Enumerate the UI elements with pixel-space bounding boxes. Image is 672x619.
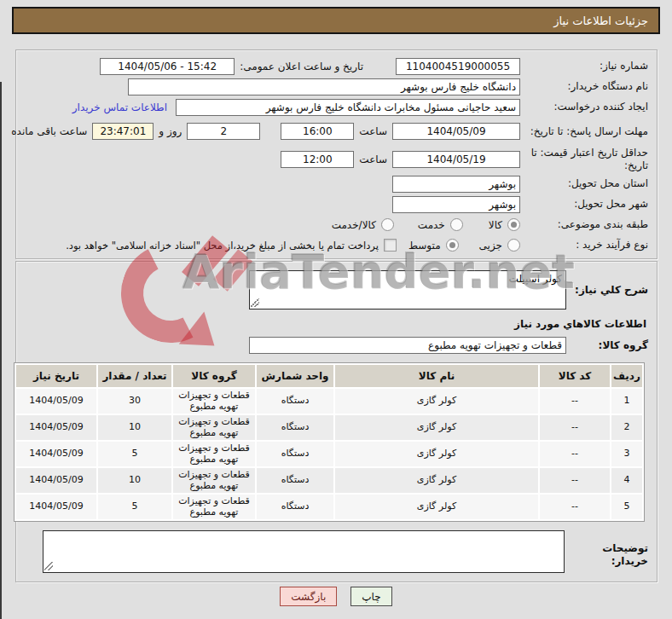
reply-deadline-date-input[interactable] [392,123,520,140]
city-label: شهر محل تحویل: [520,198,648,211]
province-input[interactable] [392,176,520,193]
table-cell: قطعات و تجهیزات تهویه مطبوع [173,495,255,519]
purchase-type-option-motevasset[interactable]: متوسط [408,239,459,252]
radio-button-icon[interactable] [507,218,520,231]
row-creator: ایجاد کننده درخواست: اطلاعات تماس خریدار [26,98,648,116]
price-validity-label: حداقل تاریخ اعتبار قیمت: تا تاریخ: [520,147,648,172]
action-buttons-bar: چاپ بازگشت [0,587,672,606]
radio-button-icon[interactable] [381,218,394,231]
radio-option-label: خدمت [418,219,445,231]
row-need-desc: شرح کلي نياز: [26,270,648,310]
radio-option-label: کالا [489,219,502,231]
print-button[interactable]: چاپ [350,587,391,606]
treasury-checkbox-icon[interactable] [384,239,397,252]
table-cell: کولر گازی [335,495,538,519]
table-cell: 1404/05/09 [16,389,96,414]
table-cell: 1404/05/09 [16,415,96,440]
table-row: 1--کولر گازیدستگاهقطعات و تجهیزات تهویه … [16,389,642,414]
remaining-hours-input[interactable] [92,123,154,140]
need-info-groupbox: شماره نیاز: تاریخ و ساعت اعلان عمومی: نا… [15,49,658,259]
need-number-label: شماره نیاز: [520,60,648,72]
items-table-header-cell: واحد شمارش [257,365,333,387]
table-cell: قطعات و تجهیزات تهویه مطبوع [173,468,255,493]
table-row: 3--کولر گازیدستگاهقطعات و تجهیزات تهویه … [16,442,642,466]
need-desc-textarea[interactable] [249,270,566,310]
row-price-validity: حداقل تاریخ اعتبار قیمت: تا تاریخ: ساعت [26,147,648,172]
buyer-org-label: نام دستگاه خریدار: [520,80,648,93]
table-row: 2--کولر گازیدستگاهقطعات و تجهیزات تهویه … [16,415,642,440]
table-cell: 1 [611,389,642,414]
tender-detail-page: { "header": { "title": "جزئیات اطلاعات ن… [0,0,672,619]
subject-class-option-khadamat[interactable]: خدمت [418,218,463,231]
row-item-group: گروه کالا: [26,337,648,354]
items-table-header-cell: ردیف [611,365,642,387]
table-cell: قطعات و تجهیزات تهویه مطبوع [173,415,255,440]
table-cell: 5 [98,442,171,466]
item-group-label: گروه کالا: [566,339,648,352]
table-cell: -- [540,389,610,414]
city-input[interactable] [392,196,520,213]
table-cell: دستگاه [257,442,333,466]
resize-handle-icon[interactable] [251,298,259,307]
province-label: استان محل تحویل: [520,177,648,190]
remaining-days-input[interactable] [187,123,260,140]
radio-button-icon[interactable] [450,218,463,231]
radio-button-icon[interactable] [446,239,459,252]
radio-button-icon[interactable] [507,239,520,252]
table-cell: قطعات و تجهیزات تهویه مطبوع [173,389,255,414]
page-left-border [0,82,2,619]
row-purchase-type: نوع فرآیند خرید : جزیی متوسط پرداخت تمام… [26,236,648,254]
items-table-header-row: ردیفکد کالانام کالاواحد شمارشگروه کالاتع… [16,365,642,387]
table-cell: کولر گازی [335,468,538,493]
table-cell: 4 [611,468,642,493]
buyer-contact-link[interactable]: اطلاعات تماس خریدار [72,101,167,113]
reply-deadline-label: مهلت ارسال پاسخ: تا تاریخ: [520,125,648,138]
buyer-notes-label: توضیحات خریدار: [565,530,648,568]
subject-class-option-kala-khadamat[interactable]: کالا/خدمت [332,218,394,231]
table-cell: قطعات و تجهیزات تهویه مطبوع [173,442,255,466]
subject-class-label: طبقه بندی موضوعی: [520,218,648,231]
table-cell: -- [540,468,610,493]
table-cell: کولر گازی [335,389,538,414]
reply-deadline-hour-label: ساعت [359,125,387,137]
need-number-input[interactable] [396,58,520,75]
buyer-notes-textarea[interactable] [43,530,565,573]
back-button[interactable]: بازگشت [280,587,337,606]
treasury-note: پرداخت تمام یا بخشی از مبلغ خرید،از محل … [66,240,379,252]
table-cell: کولر گازی [335,442,538,466]
price-validity-time-input[interactable] [281,151,354,168]
table-cell: 2 [611,415,642,440]
buyer-org-input[interactable] [128,78,520,95]
radio-option-label: متوسط [408,240,441,252]
table-cell: دستگاه [257,415,333,440]
resize-handle-icon[interactable] [44,562,53,570]
table-cell: 1404/05/09 [16,442,96,466]
item-group-input[interactable] [249,337,566,354]
table-cell: کولر گازی [335,415,538,440]
row-city: شهر محل تحویل: [26,195,648,213]
row-buyer-notes: توضیحات خریدار: [26,530,648,573]
table-cell: 1404/05/09 [16,495,96,519]
subject-class-option-kala[interactable]: کالا [489,218,520,231]
table-cell: 1404/05/09 [16,468,96,493]
reply-deadline-time-input[interactable] [281,123,354,140]
items-table-header-cell: تعداد / مقدار [98,365,171,387]
price-validity-date-input[interactable] [392,151,520,168]
table-cell: 10 [98,468,171,493]
table-cell: -- [540,415,610,440]
table-cell: 10 [98,415,171,440]
items-table-header-cell: کد کالا [540,365,610,387]
creator-label: ایجاد کننده درخواست: [520,101,648,113]
table-cell: 30 [98,389,171,414]
announce-datetime-input[interactable] [100,58,235,75]
row-reply-deadline: مهلت ارسال پاسخ: تا تاریخ: ساعت روز و سا… [26,119,648,144]
need-desc-label: شرح کلي نياز: [566,284,648,297]
row-province: استان محل تحویل: [26,175,648,193]
table-cell: 5 [611,495,642,519]
items-table-header-cell: تاریخ نیاز [16,365,96,387]
table-cell: 5 [98,495,171,519]
table-row: 5--کولر گازیدستگاهقطعات و تجهیزات تهویه … [16,495,642,519]
creator-input[interactable] [176,99,520,116]
purchase-type-option-jozii[interactable]: جزیی [479,239,520,252]
items-table-header-cell: نام کالا [335,365,538,387]
